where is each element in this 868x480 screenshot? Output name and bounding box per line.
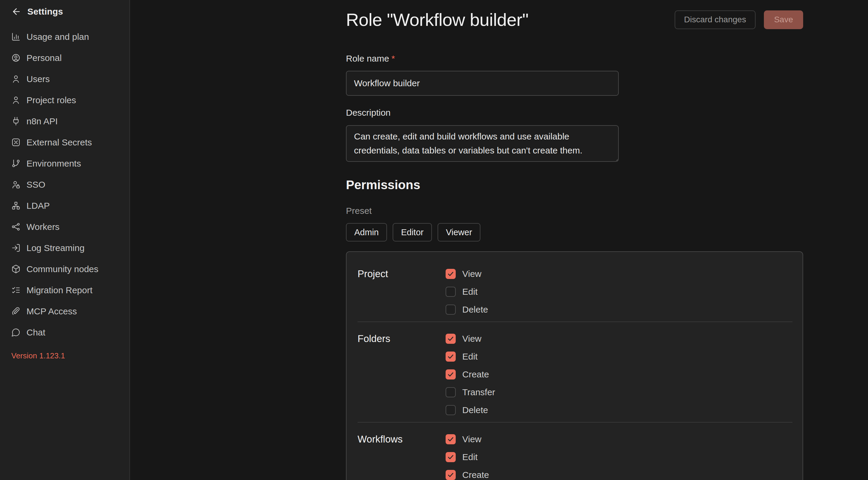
permission-label: Transfer [462,387,495,397]
paperclip-icon [11,307,21,316]
preset-buttons: Admin Editor Viewer [346,223,803,242]
discard-changes-button[interactable]: Discard changes [675,10,756,29]
permission-row-workflows-edit[interactable]: Edit [445,448,793,466]
settings-nav: Usage and plan Personal Users Project ro… [11,26,129,343]
sidebar-item-sso[interactable]: SSO [11,174,129,195]
permission-label: Delete [462,305,488,315]
permission-checkbox[interactable] [445,370,456,380]
permission-row-project-edit[interactable]: Edit [445,283,793,301]
permission-label: View [462,334,481,344]
sidebar-item-workers[interactable]: Workers [11,216,129,237]
check-icon [447,436,454,443]
permission-row-workflows-view[interactable]: View [445,430,793,448]
plug-icon [11,117,21,126]
sidebar-item-environments[interactable]: Environments [11,153,129,174]
chart-column-icon [11,32,21,41]
permission-checkbox[interactable] [445,269,456,279]
sidebar-item-community-nodes[interactable]: Community nodes [11,258,129,280]
check-icon [447,353,454,360]
vault-icon [11,138,21,147]
permission-row-folders-create[interactable]: Create [445,365,793,383]
permission-label: Edit [462,287,478,297]
check-icon [447,335,454,342]
permission-label: Edit [462,452,478,462]
section-divider [358,321,793,322]
permission-row-project-delete[interactable]: Delete [445,301,793,319]
user-lock-icon [11,180,21,189]
sidebar-item-personal[interactable]: Personal [11,47,129,68]
check-icon [447,471,454,479]
sidebar-title: Settings [27,6,63,17]
permission-row-folders-view[interactable]: View [445,330,793,348]
check-icon [447,453,454,461]
page-title: Role "Workflow builder" [346,9,529,30]
permission-row-folders-transfer[interactable]: Transfer [445,383,793,401]
sidebar-item-migration-report[interactable]: Migration Report [11,280,129,301]
permission-checkbox[interactable] [445,352,456,362]
permissions-card: Project View Edit Delete Folders View Ed… [346,251,803,480]
preset-button-editor[interactable]: Editor [393,223,432,242]
permission-checkbox[interactable] [445,434,456,444]
sidebar-item-ldap[interactable]: LDAP [11,195,129,216]
permissions-heading: Permissions [346,178,803,193]
permission-checkbox[interactable] [445,470,456,480]
section-divider [358,422,793,423]
sidebar-item-users[interactable]: Users [11,68,129,90]
permission-section-name: Project [358,265,445,319]
preset-button-viewer[interactable]: Viewer [438,223,480,242]
sidebar-item-external-secrets[interactable]: External Secrets [11,132,129,153]
permission-row-folders-delete[interactable]: Delete [445,401,793,419]
permission-row-folders-edit[interactable]: Edit [445,348,793,365]
network-icon [11,201,21,210]
sidebar-item-project-roles[interactable]: Project roles [11,90,129,110]
sidebar-item-log-streaming[interactable]: Log Streaming [11,237,129,258]
permission-checkbox[interactable] [445,405,456,415]
save-button[interactable]: Save [764,10,803,29]
sidebar-item-label: Personal [27,54,62,62]
permission-section-name: Workflows [358,430,445,480]
sidebar-item-usage-and-plan[interactable]: Usage and plan [11,26,129,47]
permission-checkbox[interactable] [445,334,456,344]
permission-label: Edit [462,352,478,362]
check-icon [447,371,454,378]
list-checks-icon [11,286,21,295]
permission-checkbox[interactable] [445,387,456,397]
permission-row-workflows-create[interactable]: Create [445,466,793,480]
permission-checkbox[interactable] [445,305,456,315]
role-name-label: Role name* [346,54,803,64]
user-icon [11,95,21,105]
message-circle-icon [11,328,21,337]
sidebar-item-label: SSO [27,180,45,189]
main-content: Role "Workflow builder" Discard changes … [131,0,868,480]
sidebar-item-label: Environments [27,159,81,168]
sidebar-item-n8n-api[interactable]: n8n API [11,110,129,132]
share-nodes-icon [11,222,21,231]
sidebar-item-label: Community nodes [27,265,98,274]
sidebar-item-label: Users [27,75,50,84]
required-asterisk: * [392,54,395,63]
permission-label: Create [462,470,489,480]
sidebar-item-chat[interactable]: Chat [11,322,129,343]
sidebar-header: Settings [11,5,129,18]
permission-label: View [462,269,481,279]
version-label: Version 1.123.1 [11,351,129,360]
preset-button-admin[interactable]: Admin [346,223,387,242]
box-icon [11,264,21,274]
preset-label: Preset [346,206,803,217]
sidebar-item-label: Usage and plan [27,32,89,41]
sidebar-item-label: Workers [27,222,60,231]
settings-sidebar: Settings Usage and plan Personal Users P… [0,0,130,480]
description-textarea[interactable]: Can create, edit and build workflows and… [346,125,619,162]
back-arrow-icon[interactable] [11,6,22,17]
description-label: Description [346,108,803,118]
sidebar-item-mcp-access[interactable]: MCP Access [11,301,129,322]
permission-row-project-view[interactable]: View [445,265,793,283]
permission-checkbox[interactable] [445,287,456,297]
sidebar-item-label: MCP Access [27,307,77,316]
log-in-icon [11,243,21,253]
sidebar-item-label: Log Streaming [27,244,85,253]
sidebar-item-label: Project roles [27,96,76,105]
role-name-input[interactable] [346,71,619,96]
permission-checkbox[interactable] [445,452,456,462]
check-icon [447,270,454,278]
